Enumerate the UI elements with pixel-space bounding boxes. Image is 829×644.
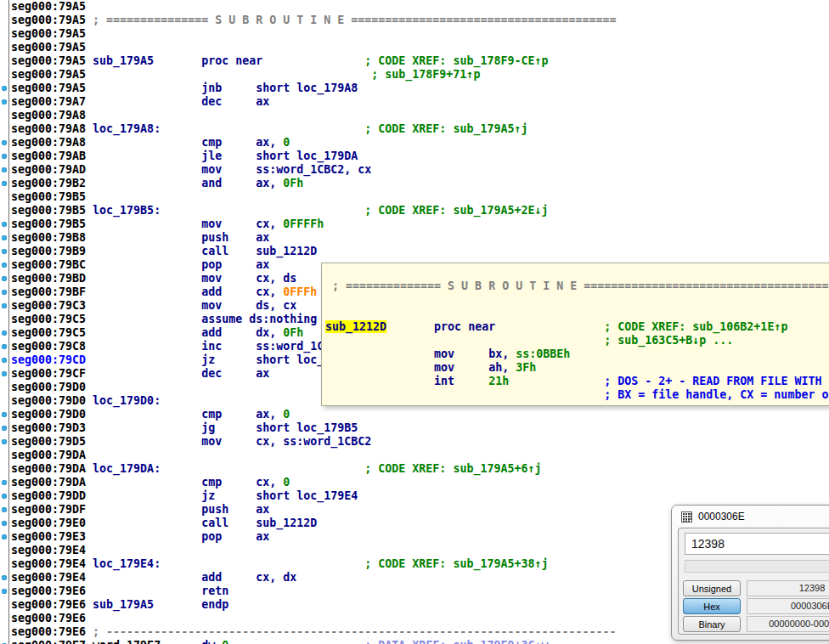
code-line[interactable]: seg000:79AD mov ss:word_1CBC2, cx bbox=[11, 163, 829, 177]
code-segment: ; CODE XREF: sub_178F9-CE↑p bbox=[364, 54, 548, 67]
code-segment: seg000:79AB bbox=[11, 150, 93, 162]
code-segment: dec ax bbox=[93, 367, 269, 380]
code-line[interactable]: seg000:79B5 loc_179B5: ; CODE XREF: sub_… bbox=[11, 204, 829, 217]
code-line[interactable]: seg000:79A5 sub_179A5 proc near ; CODE X… bbox=[11, 54, 829, 68]
code-line[interactable]: seg000:79DA loc_179DA: ; CODE XREF: sub_… bbox=[11, 462, 829, 476]
instruction-marker-icon bbox=[2, 235, 7, 240]
code-segment: loc_179D0: bbox=[93, 394, 161, 407]
code-line[interactable]: seg000:79A5 jnb short loc_179A8 bbox=[11, 82, 829, 95]
code-line[interactable]: seg000:79B5 mov cx, 0FFFFh bbox=[11, 217, 829, 231]
code-segment: sub_1212D bbox=[325, 320, 386, 333]
code-segment: seg000:79DD bbox=[11, 489, 93, 502]
code-segment: seg000:79B5 bbox=[11, 204, 93, 217]
code-segment: loc_179DA: bbox=[93, 462, 161, 475]
code-segment: word_179E7 bbox=[93, 639, 161, 644]
code-line[interactable]: seg000:79DA cmp cx, 0 bbox=[11, 476, 829, 489]
calculator-popup[interactable]: 0000306E Unsigned12398Hex0000306EBinary0… bbox=[671, 505, 829, 641]
code-segment: seg000:79DA bbox=[11, 462, 93, 475]
code-line[interactable]: seg000:79A5 ; sub_178F9+71↑p bbox=[11, 68, 829, 82]
code-segment: seg000:79D0 bbox=[11, 394, 93, 407]
code-segment: mov ds, cx bbox=[93, 299, 296, 312]
code-segment: ; DATA XREF: sub_179F9+3C↓w bbox=[364, 639, 548, 644]
code-line[interactable]: seg000:79A5 bbox=[11, 0, 829, 14]
code-line[interactable]: seg000:79AB jle short loc_179DA bbox=[11, 150, 829, 163]
code-line[interactable]: ; sub_163C5+B↓p ... bbox=[325, 334, 829, 347]
code-line[interactable]: seg000:79B8 push ax bbox=[11, 231, 829, 245]
instruction-marker-icon bbox=[2, 358, 7, 363]
code-line[interactable]: ; ============== S U B R O U T I N E ===… bbox=[325, 280, 829, 293]
code-segment: ; ============== S U B R O U T I N E ===… bbox=[325, 280, 829, 292]
code-segment: seg000:79E7 bbox=[11, 639, 93, 644]
code-line[interactable]: seg000:79A5 bbox=[11, 41, 829, 54]
code-line[interactable]: seg000:79DA bbox=[11, 449, 829, 462]
code-segment: 0Fh bbox=[283, 326, 303, 339]
instruction-marker-icon bbox=[2, 263, 7, 268]
calc-hex-button[interactable]: Hex bbox=[683, 598, 741, 614]
code-line[interactable] bbox=[325, 307, 829, 320]
code-segment: seg000:79DA bbox=[11, 476, 93, 489]
code-line[interactable]: mov ah, 3Fh bbox=[325, 361, 829, 375]
code-line[interactable]: sub_1212D proc near ; CODE XREF: sub_106… bbox=[325, 320, 829, 334]
calculator-title-bar[interactable]: 0000306E bbox=[672, 506, 829, 528]
code-segment: seg000:79B5 bbox=[11, 217, 93, 230]
instruction-marker-icon bbox=[2, 154, 7, 159]
code-segment: seg000:79E3 bbox=[11, 530, 93, 543]
code-line[interactable]: seg000:79D3 jg short loc_179B5 bbox=[11, 421, 829, 435]
calculator-result-rows: Unsigned12398Hex0000306EBinary00000000-0… bbox=[683, 580, 829, 634]
calculator-expression-input[interactable] bbox=[685, 533, 829, 555]
code-line[interactable]: mov bx, ss:0BBEh bbox=[325, 347, 829, 361]
code-segment: seg000:79A5 bbox=[11, 41, 86, 54]
code-segment: seg000:79D5 bbox=[11, 435, 93, 448]
code-line[interactable]: seg000:79B5 bbox=[11, 190, 829, 204]
code-segment: ; CODE XREF: sub_179A5+38↑j bbox=[364, 557, 548, 570]
code-segment bbox=[161, 557, 364, 570]
code-segment: seg000:79C3 bbox=[11, 299, 93, 312]
code-line[interactable]: seg000:79D0 cmp ax, 0 bbox=[11, 408, 829, 421]
code-segment: dw bbox=[161, 639, 222, 644]
code-segment: inc ss:word_1C bbox=[93, 340, 324, 353]
code-line[interactable] bbox=[325, 293, 829, 307]
instruction-marker-icon bbox=[2, 521, 7, 526]
code-segment: cmp ax, bbox=[93, 136, 283, 149]
code-segment: push ax bbox=[93, 503, 269, 516]
code-segment: seg000:79B5 bbox=[11, 190, 86, 203]
calc-binary-button[interactable]: Binary bbox=[683, 616, 741, 632]
code-segment: seg000:79CD bbox=[11, 353, 93, 366]
code-line[interactable]: ; BX = file handle, CX = number of bbox=[325, 388, 829, 402]
calculator-icon bbox=[681, 511, 692, 523]
code-segment: assume ds:nothing bbox=[93, 313, 317, 325]
code-line[interactable]: seg000:79B2 and ax, 0Fh bbox=[11, 177, 829, 190]
calc-unsigned-button[interactable]: Unsigned bbox=[683, 580, 741, 596]
code-segment: ; =============== S U B R O U T I N E ==… bbox=[93, 14, 616, 26]
code-line[interactable] bbox=[325, 266, 829, 280]
code-segment: jz short loc_ bbox=[93, 353, 324, 366]
code-segment bbox=[86, 68, 371, 81]
instruction-marker-icon bbox=[2, 86, 7, 91]
code-segment: seg000:79BD bbox=[11, 272, 93, 285]
code-line[interactable]: seg000:79D5 mov cx, ss:word_1CBC2 bbox=[11, 435, 829, 449]
code-line[interactable]: seg000:79A5 ; =============== S U B R O … bbox=[11, 14, 829, 27]
code-line[interactable]: seg000:79A8 cmp ax, 0 bbox=[11, 136, 829, 150]
code-segment: jg short loc_179B5 bbox=[93, 421, 358, 434]
code-line[interactable]: seg000:79A7 dec ax bbox=[11, 95, 829, 109]
code-line[interactable]: seg000:79A5 bbox=[11, 27, 829, 41]
instruction-marker-icon bbox=[2, 140, 7, 145]
code-segment bbox=[262, 54, 364, 67]
code-segment: mov cx, ss:word_1CBC2 bbox=[93, 435, 371, 448]
code-segment: call sub_1212D bbox=[93, 517, 317, 529]
code-segment: call sub_1212D bbox=[93, 245, 317, 257]
code-line[interactable]: seg000:79B9 call sub_1212D bbox=[11, 245, 829, 258]
code-segment: mov ss:word_1CBC2, cx bbox=[93, 163, 371, 176]
calc-result-row: Hex0000306E bbox=[683, 598, 829, 614]
calc-result-row: Binary00000000-00000000 bbox=[683, 616, 829, 632]
code-line[interactable]: seg000:79DD jz short loc_179E4 bbox=[11, 489, 829, 503]
code-line[interactable]: int 21h ; DOS - 2+ - READ FROM FILE WITH… bbox=[325, 375, 829, 388]
code-segment: seg000:79A8 bbox=[11, 136, 93, 149]
code-line[interactable]: seg000:79A8 bbox=[11, 109, 829, 122]
code-line[interactable]: seg000:79A8 loc_179A8: ; CODE XREF: sub_… bbox=[11, 122, 829, 136]
code-segment: seg000:79D0 bbox=[11, 381, 86, 393]
instruction-marker-icon bbox=[2, 249, 7, 254]
code-segment: loc_179B5: bbox=[93, 204, 161, 217]
code-segment: seg000:79E0 bbox=[11, 517, 93, 529]
code-segment: loc_179E4: bbox=[93, 557, 161, 570]
